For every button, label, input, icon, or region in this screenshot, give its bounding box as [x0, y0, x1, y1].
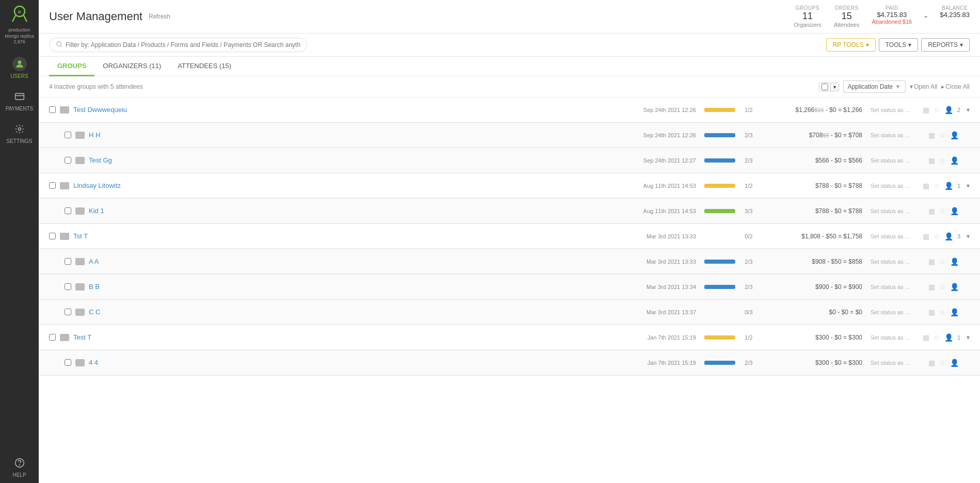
- document-icon[interactable]: ▦: [923, 182, 929, 190]
- document-icon[interactable]: ▦: [928, 308, 935, 316]
- star-icon[interactable]: ☆: [939, 283, 946, 291]
- document-icon[interactable]: ▦: [928, 156, 935, 165]
- set-status[interactable]: Set status as ...: [871, 360, 922, 366]
- expand-button[interactable]: ▾: [967, 106, 970, 114]
- document-icon[interactable]: ▦: [928, 131, 935, 139]
- group-name[interactable]: Tst T: [73, 232, 135, 240]
- row-checkbox[interactable]: [65, 309, 71, 315]
- person-icon[interactable]: 👤: [950, 283, 959, 291]
- group-folder-icon: [75, 207, 85, 215]
- document-icon[interactable]: ▦: [928, 283, 935, 291]
- person-icon[interactable]: 👤: [944, 182, 953, 190]
- expand-button[interactable]: ▾: [967, 334, 970, 341]
- group-name[interactable]: Lindsay Litowitz: [73, 182, 135, 189]
- document-icon[interactable]: ▦: [928, 257, 935, 266]
- set-status[interactable]: Set status as ...: [871, 208, 922, 214]
- document-icon[interactable]: ▦: [923, 333, 929, 342]
- financials: $708$5 - $0 = $708: [764, 132, 862, 139]
- person-icon[interactable]: 👤: [944, 106, 953, 114]
- group-name[interactable]: B B: [89, 283, 151, 291]
- row-checkbox[interactable]: [49, 106, 56, 113]
- open-close-buttons: ▾ Open All ▸ Close All: [910, 83, 970, 90]
- star-icon[interactable]: ☆: [939, 359, 946, 367]
- sidebar-item-settings[interactable]: SETTINGS: [0, 117, 39, 149]
- tools-button[interactable]: TOOLS ▾: [879, 38, 918, 52]
- star-icon[interactable]: ☆: [934, 333, 940, 342]
- person-icon[interactable]: 👤: [944, 333, 953, 342]
- reports-button[interactable]: REPORTS ▾: [921, 38, 970, 52]
- star-icon[interactable]: ☆: [934, 182, 940, 190]
- set-status[interactable]: Set status as ...: [871, 259, 922, 265]
- row-checkbox[interactable]: [65, 359, 71, 366]
- star-icon[interactable]: ☆: [939, 131, 946, 139]
- person-icon[interactable]: 👤: [950, 156, 959, 165]
- person-icon[interactable]: 👤: [950, 308, 959, 316]
- star-icon[interactable]: ☆: [939, 207, 946, 215]
- person-icon[interactable]: 👤: [950, 207, 959, 215]
- group-name[interactable]: A A: [89, 257, 151, 265]
- row-checkbox[interactable]: [65, 157, 71, 164]
- set-status[interactable]: Set status as ...: [871, 107, 922, 113]
- group-name[interactable]: H H: [89, 131, 151, 139]
- set-status[interactable]: Set status as ...: [871, 284, 922, 290]
- star-icon[interactable]: ☆: [939, 257, 946, 266]
- document-icon[interactable]: ▦: [928, 207, 935, 215]
- set-status[interactable]: Set status as ...: [871, 309, 922, 315]
- row-checkbox[interactable]: [65, 283, 71, 290]
- search-bar[interactable]: [49, 38, 307, 52]
- group-name[interactable]: Test Dwwwequeiu: [73, 106, 135, 114]
- sort-label: Application Date: [848, 83, 893, 90]
- attendee-count: 3: [957, 233, 960, 239]
- expand-button[interactable]: ▾: [967, 182, 970, 189]
- row-checkbox[interactable]: [49, 334, 56, 341]
- row-checkbox[interactable]: [65, 258, 71, 265]
- tab-groups[interactable]: GROUPS: [49, 57, 94, 76]
- status-bar: [704, 361, 735, 365]
- set-status[interactable]: Set status as ...: [871, 183, 922, 189]
- person-icon[interactable]: 👤: [950, 359, 959, 367]
- group-row: Test Gg Sep 24th 2021 12:27 2/3 $566 - $…: [39, 148, 980, 173]
- sidebar-item-users[interactable]: USERS: [0, 52, 39, 84]
- rp-tools-button[interactable]: RP TOOLS ▾: [826, 38, 876, 52]
- group-row: Tst T Mar 3rd 2021 13:33 0/2 $1,808 - $5…: [39, 224, 980, 249]
- row-checkbox[interactable]: [65, 132, 71, 138]
- select-all-dropdown-btn[interactable]: ▾: [830, 83, 839, 91]
- star-icon[interactable]: ☆: [934, 106, 940, 114]
- row-checkbox[interactable]: [49, 233, 56, 239]
- set-status[interactable]: Set status as ...: [871, 132, 922, 138]
- group-name[interactable]: Test Gg: [89, 156, 151, 164]
- sort-dropdown[interactable]: Application Date ▼: [843, 81, 906, 93]
- group-name[interactable]: Kid 1: [89, 207, 151, 215]
- document-icon[interactable]: ▦: [923, 106, 929, 114]
- open-all-button[interactable]: ▾ Open All: [910, 83, 937, 90]
- row-actions: ▦ ☆ 👤 1▾: [928, 333, 970, 342]
- group-name[interactable]: 4 4: [89, 359, 151, 366]
- close-all-button[interactable]: ▸ Close All: [941, 83, 970, 90]
- svg-text:R: R: [18, 10, 21, 14]
- set-status[interactable]: Set status as ...: [871, 334, 922, 341]
- star-icon[interactable]: ☆: [939, 156, 946, 165]
- tab-organizers[interactable]: ORGANIZERS (11): [94, 57, 169, 76]
- person-icon[interactable]: 👤: [950, 257, 959, 266]
- row-checkbox[interactable]: [49, 182, 56, 189]
- document-icon[interactable]: ▦: [928, 359, 935, 367]
- star-icon[interactable]: ☆: [939, 308, 946, 316]
- refresh-button[interactable]: Refresh: [149, 13, 170, 20]
- expand-button[interactable]: ▾: [967, 233, 970, 240]
- sidebar-item-payments[interactable]: PAYMENTS: [0, 84, 39, 117]
- select-all-checkbox[interactable]: [821, 84, 828, 90]
- group-name[interactable]: Test T: [73, 333, 135, 341]
- set-status[interactable]: Set status as ...: [871, 233, 922, 239]
- tab-attendees[interactable]: ATTENDEES (15): [169, 57, 240, 76]
- search-input[interactable]: [66, 41, 301, 49]
- group-name[interactable]: C C: [89, 308, 151, 316]
- star-icon[interactable]: ☆: [934, 232, 940, 240]
- sidebar-logo[interactable]: R: [8, 4, 31, 24]
- person-icon[interactable]: 👤: [950, 131, 959, 139]
- row-checkbox[interactable]: [65, 207, 71, 214]
- group-row: Test Dwwwequeiu Sep 24th 2021 12:26 1/2 …: [39, 98, 980, 122]
- document-icon[interactable]: ▦: [923, 232, 929, 240]
- set-status[interactable]: Set status as ...: [871, 157, 922, 164]
- sidebar-item-help[interactable]: HELP: [0, 450, 39, 483]
- person-icon[interactable]: 👤: [944, 232, 953, 240]
